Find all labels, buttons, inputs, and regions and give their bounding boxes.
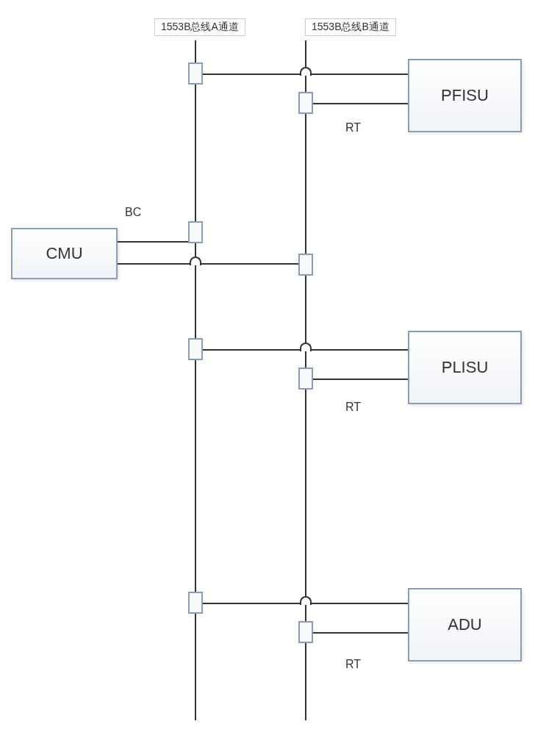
node-plisu: PLISU — [408, 331, 522, 404]
connector-adu-a — [188, 592, 203, 614]
node-cmu-label: CMU — [46, 244, 82, 263]
connector-plisu-a — [188, 338, 203, 360]
adu-line-b — [305, 632, 408, 634]
cmu-line-b — [118, 263, 306, 265]
jump-cmu — [190, 257, 201, 265]
jump-pfisu — [300, 67, 312, 76]
role-label-adu: RT — [345, 658, 361, 671]
jump-plisu — [300, 343, 312, 351]
cmu-line-a — [118, 241, 195, 243]
bus-line-a — [195, 40, 196, 720]
connector-cmu-b — [298, 254, 313, 276]
role-label-plisu: RT — [345, 401, 361, 414]
node-cmu: CMU — [11, 228, 118, 279]
connector-cmu-a — [188, 221, 203, 243]
jump-adu — [300, 596, 312, 605]
node-adu-label: ADU — [448, 615, 481, 634]
role-label-pfisu: RT — [345, 121, 361, 135]
node-pfisu: PFISU — [408, 59, 522, 132]
connector-pfisu-a — [188, 62, 203, 85]
role-label-cmu: BC — [125, 206, 141, 219]
bus-label-b: 1553B总线B通道 — [305, 18, 396, 36]
node-plisu-label: PLISU — [442, 358, 489, 377]
pfisu-line-b — [305, 103, 408, 104]
plisu-line-b — [305, 379, 408, 380]
connector-pfisu-b — [298, 92, 313, 114]
node-adu: ADU — [408, 588, 522, 662]
bus-label-a: 1553B总线A通道 — [154, 18, 245, 36]
connector-adu-b — [298, 621, 313, 643]
connector-plisu-b — [298, 368, 313, 390]
node-pfisu-label: PFISU — [441, 86, 489, 105]
